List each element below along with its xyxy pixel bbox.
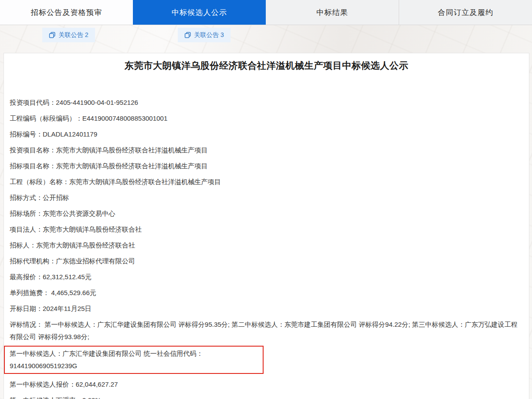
doc-line-tender-venue: 招标场所：东莞市公共资源交易中心 — [10, 207, 519, 220]
doc-line-project-code: 工程编码（标段编码）：E4419000748008853001001 — [10, 112, 519, 125]
doc-line-tender-agency: 招标代理机构：广东德业招标代理有限公司 — [10, 255, 519, 267]
tab-bar: 招标公告及资格预审 中标候选人公示 中标结果 合同订立及履约 — [0, 0, 532, 25]
doc-line-first-candidate-discount: 第一中标候选人下浮率：2.68% — [10, 394, 519, 399]
tab-winning-result[interactable]: 中标结果 — [266, 0, 399, 25]
tab-tender-announcement[interactable]: 招标公告及资格预审 — [0, 0, 133, 25]
doc-line-evaluation-result: 评标情况： 第一中标候选人：广东汇华建设集团有限公司 评标得分95.35分; 第… — [10, 318, 519, 343]
related-badge-label: 关联公告 3 — [194, 31, 224, 39]
doc-line-tender-method: 招标方式：公开招标 — [10, 192, 519, 204]
doc-line-measure-fee: 单列措施费： 4,465,529.66元 — [10, 287, 519, 299]
related-announcements-badge-2[interactable]: 关联公告 3 — [178, 28, 231, 42]
highlighted-first-candidate-red-box: 第一中标候选人：广东汇华建设集团有限公司 统一社会信用代码：9144190069… — [4, 346, 264, 374]
doc-line-investment-project-code: 投资项目代码：2405-441900-04-01-952126 — [10, 96, 519, 109]
page-title: 东莞市大朗镇洋乌股份经济联合社洋溢机械生产项目中标候选人公示 — [17, 59, 516, 72]
doc-line-first-candidate: 第一中标候选人：广东汇华建设集团有限公司 统一社会信用代码：9144190069… — [10, 350, 203, 369]
doc-line-section-name: 工程（标段）名称：东莞市大朗镇洋乌股份经济联合社洋溢机械生产项目 — [10, 176, 519, 188]
doc-line-opening-date: 开标日期：2024年11月25日 — [10, 303, 519, 315]
doc-line-tenderer: 招标人：东莞市大朗镇洋乌股份经济联合社 — [10, 239, 519, 251]
document-body: 投资项目代码：2405-441900-04-01-952126 工程编码（标段编… — [4, 96, 529, 399]
doc-line-tender-project-name: 招标项目名称：东莞市大朗镇洋乌股份经济联合社洋溢机械生产项目 — [10, 160, 519, 172]
doc-line-first-candidate-price: 第一中标候选人报价：62,044,627.27 — [10, 378, 519, 391]
copy-link-icon — [184, 32, 191, 38]
copy-link-icon — [49, 32, 55, 38]
tab-winning-candidates[interactable]: 中标候选人公示 — [133, 0, 266, 25]
doc-line-investment-project-name: 投资项目名称：东莞市大朗镇洋乌股份经济联合社洋溢机械生产项目 — [10, 144, 519, 156]
doc-line-max-price: 最高报价：62,312,512.45元 — [10, 271, 519, 283]
related-badge-label: 关联公告 2 — [59, 31, 88, 39]
content-card: 东莞市大朗镇洋乌股份经济联合社洋溢机械生产项目中标候选人公示 投资项目代码：24… — [4, 53, 529, 399]
doc-line-tender-number: 招标编号：DLADLA12401179 — [10, 128, 519, 140]
doc-line-project-legal-person: 项目法人：东莞市大朗镇洋乌股份经济联合社 — [10, 223, 519, 236]
related-announcements-badge-1[interactable]: 关联公告 2 — [42, 28, 95, 42]
tab-contract-performance[interactable]: 合同订立及履约 — [399, 0, 532, 25]
